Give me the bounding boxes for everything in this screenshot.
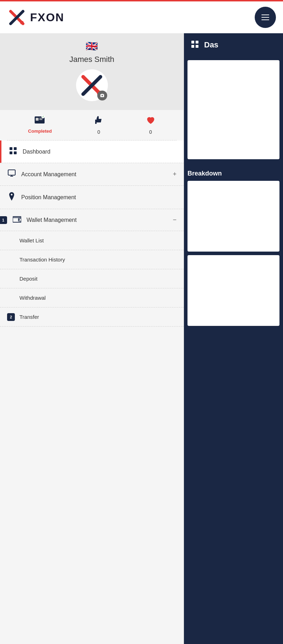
sub-menu-item-deposit: Deposit xyxy=(0,269,184,288)
hearts-value: 0 xyxy=(149,129,152,135)
sub-menu-item-withdrawal: Withdrawal xyxy=(0,288,184,307)
sidebar-item-withdrawal[interactable]: Withdrawal xyxy=(0,288,184,307)
camera-icon xyxy=(100,93,105,98)
user-name: James Smith xyxy=(7,55,177,64)
transfer-label: Transfer xyxy=(19,314,39,320)
wallet-management-label: Wallet Management xyxy=(27,217,77,223)
position-management-label: Position Management xyxy=(21,194,76,201)
sidebar: 🇬🇧 James Smith xyxy=(0,33,184,644)
sidebar-item-transfer[interactable]: 2 Transfer xyxy=(0,307,184,326)
nav-item-account-management: Account Management + xyxy=(0,163,184,186)
user-profile: 🇬🇧 James Smith xyxy=(0,33,184,110)
expand-icon: + xyxy=(173,171,177,178)
deposit-label: Deposit xyxy=(19,276,37,282)
kyc-label: Completed xyxy=(28,128,52,134)
logo-text: FXON xyxy=(30,11,64,24)
stat-kyc: ✓ Completed xyxy=(28,115,52,135)
svg-point-3 xyxy=(20,21,24,24)
sidebar-item-dashboard[interactable]: Dashboard xyxy=(0,140,184,163)
dashboard-chart-box xyxy=(187,60,279,159)
grid-icon xyxy=(8,147,17,156)
svg-rect-8 xyxy=(36,118,39,121)
right-panel-header: Das xyxy=(184,33,283,57)
change-avatar-button[interactable] xyxy=(97,91,107,100)
stat-likes: 0 xyxy=(94,115,104,135)
sub-menu-item-transaction-history: Transaction History xyxy=(0,250,184,269)
hamburger-line-2 xyxy=(261,17,269,18)
main-layout: 🇬🇧 James Smith xyxy=(0,33,283,644)
svg-rect-16 xyxy=(14,151,17,154)
breakdown-chart-box-1 xyxy=(187,181,279,252)
dashboard-grid-icon xyxy=(191,40,199,50)
sidebar-item-wallet-list[interactable]: Wallet List xyxy=(0,231,184,250)
svg-text:✓: ✓ xyxy=(42,115,44,118)
heart-icon xyxy=(146,115,156,127)
sidebar-item-wallet-management[interactable]: 1 Wallet Management − xyxy=(0,209,184,231)
nav-item-dashboard: Dashboard xyxy=(0,140,184,163)
breakdown-section: Breakdown xyxy=(184,163,283,333)
wallet-list-label: Wallet List xyxy=(19,237,44,243)
stat-hearts: 0 xyxy=(146,115,156,135)
stats-row: ✓ Completed 0 0 xyxy=(0,110,184,140)
svg-rect-13 xyxy=(10,147,12,150)
panel-title: Das xyxy=(204,40,218,50)
thumbs-up-icon xyxy=(94,115,104,127)
sub-menu-item-transfer: 2 Transfer xyxy=(0,307,184,327)
logo-icon xyxy=(7,8,27,27)
breakdown-title: Breakdown xyxy=(187,170,279,177)
sidebar-item-deposit[interactable]: Deposit xyxy=(0,269,184,288)
wallet-management-badge: 1 xyxy=(0,216,7,224)
dashboard-label: Dashboard xyxy=(23,149,50,155)
nav-item-wallet-management: 1 Wallet Management − xyxy=(0,209,184,231)
sidebar-item-account-management[interactable]: Account Management + xyxy=(0,163,184,185)
account-management-label: Account Management xyxy=(21,171,76,178)
monitor-icon xyxy=(7,169,16,179)
nav-menu: Dashboard Account Management + xyxy=(0,140,184,327)
svg-rect-15 xyxy=(10,151,12,154)
header: FXON xyxy=(0,1,283,33)
svg-rect-26 xyxy=(191,45,194,48)
wallet-sub-menu: Wallet List Transaction History Deposit … xyxy=(0,231,184,327)
menu-button[interactable] xyxy=(255,7,276,28)
sidebar-item-position-management[interactable]: Position Management xyxy=(0,186,184,209)
avatar-container xyxy=(76,69,108,101)
likes-value: 0 xyxy=(97,129,100,135)
transaction-history-label: Transaction History xyxy=(19,257,65,263)
svg-rect-14 xyxy=(14,147,17,150)
id-card-icon: ✓ xyxy=(35,115,45,127)
svg-rect-27 xyxy=(196,45,198,48)
logo: FXON xyxy=(7,8,64,27)
right-panel: Das Breakdown xyxy=(184,33,283,644)
location-icon xyxy=(7,192,16,202)
svg-rect-24 xyxy=(191,41,194,44)
hamburger-line-3 xyxy=(261,19,269,20)
sub-menu-item-wallet-list: Wallet List xyxy=(0,231,184,250)
breakdown-chart-box-2 xyxy=(187,255,279,326)
wallet-icon xyxy=(12,215,21,224)
nav-item-position-management: Position Management xyxy=(0,186,184,209)
withdrawal-label: Withdrawal xyxy=(19,295,46,301)
svg-rect-10 xyxy=(39,119,42,120)
wallet-expand-icon: − xyxy=(173,216,177,224)
transfer-badge: 2 xyxy=(7,313,15,321)
language-flag: 🇬🇧 xyxy=(7,40,177,52)
svg-rect-17 xyxy=(8,170,15,175)
sidebar-item-transaction-history[interactable]: Transaction History xyxy=(0,250,184,269)
svg-rect-25 xyxy=(196,41,198,44)
hamburger-line-1 xyxy=(261,15,269,15)
